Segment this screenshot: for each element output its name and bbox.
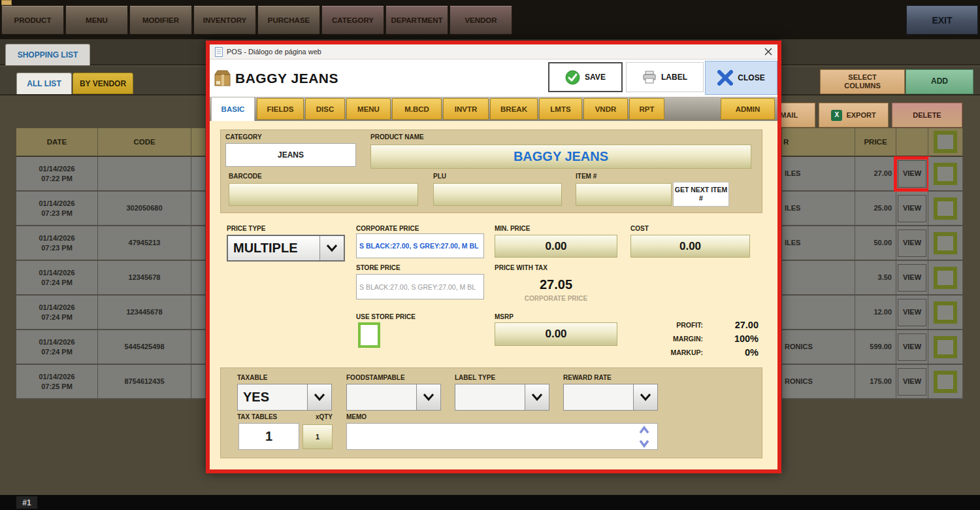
price-with-tax-value: 27.05: [495, 277, 617, 292]
view-button[interactable]: VIEW: [898, 299, 926, 326]
exit-button[interactable]: EXIT: [906, 5, 978, 35]
view-button[interactable]: VIEW: [898, 230, 926, 257]
excel-icon: X: [831, 110, 842, 121]
column-header-code[interactable]: CODE: [98, 128, 191, 157]
table-row[interactable]: 01/14/202607:24 PM 12345678: [16, 261, 206, 296]
dialog-close-icon[interactable]: [764, 48, 772, 56]
close-button[interactable]: CLOSE: [705, 61, 777, 95]
nav-category-button[interactable]: CATEGORY: [321, 5, 384, 35]
label-button[interactable]: LABEL: [626, 62, 704, 92]
tax-tables-input[interactable]: 1: [238, 423, 299, 450]
price-type-select[interactable]: MULTIPLE: [227, 235, 345, 262]
product-edit-dialog: POS - Diálogo de página web BAGGY JEANS …: [206, 41, 781, 473]
tab-admin[interactable]: ADMIN: [721, 98, 775, 120]
msrp-input[interactable]: 0.00: [495, 322, 617, 346]
product-title: BAGGY JEANS: [235, 71, 338, 86]
row-checkbox[interactable]: [934, 197, 957, 220]
label-type-label: LABEL TYPE: [455, 374, 495, 381]
nav-product-button[interactable]: PRODUCT: [1, 5, 64, 35]
nav-purchase-button[interactable]: PURCHASE: [257, 5, 320, 35]
profit-value: 27.00: [703, 320, 759, 330]
chevron-down-icon: [633, 384, 657, 410]
view-button[interactable]: VIEW: [898, 264, 926, 292]
column-header-price[interactable]: PRICE: [855, 128, 896, 157]
tab-vndr[interactable]: VNDR: [583, 98, 628, 120]
row-checkbox[interactable]: [934, 267, 957, 289]
view-button-highlighted[interactable]: VIEW: [898, 160, 926, 188]
reward-rate-select[interactable]: [563, 384, 658, 411]
nav-vendor-button[interactable]: VENDOR: [449, 5, 512, 35]
row-checkbox[interactable]: [934, 301, 957, 324]
corporate-price-label: CORPORATE PRICE: [356, 225, 419, 232]
tab-rpt[interactable]: RPT: [629, 98, 664, 120]
table-row[interactable]: 01/14/202607:23 PM 302050680: [16, 192, 206, 226]
select-columns-label: SELECT COLUMNS: [840, 73, 885, 90]
column-header-vendor-fragment[interactable]: R: [782, 128, 855, 157]
get-next-item-button[interactable]: GET NEXT ITEM #: [673, 182, 729, 207]
dialog-titlebar[interactable]: POS - Diálogo de página web: [210, 44, 777, 60]
product-name-input[interactable]: BAGGY JEANS: [370, 144, 751, 169]
select-all-checkbox[interactable]: [934, 131, 957, 153]
table-row[interactable]: 01/14/202607:24 PM 5445425498: [16, 330, 206, 365]
memo-spinner[interactable]: [638, 425, 651, 451]
item-number-label: ITEM #: [576, 173, 596, 180]
table-row: 3.50 VIEW: [782, 261, 963, 296]
item-number-input[interactable]: [576, 183, 672, 206]
tab-lmts[interactable]: LMTS: [539, 98, 582, 120]
cost-input[interactable]: 0.00: [630, 235, 750, 258]
delete-button[interactable]: DELETE: [892, 103, 962, 128]
export-button[interactable]: X EXPORT: [819, 103, 889, 128]
column-header-select: [928, 128, 963, 157]
label-type-select[interactable]: [455, 384, 549, 411]
tab-basic[interactable]: BASIC: [211, 97, 255, 121]
price-with-tax-label: PRICE WITH TAX: [495, 264, 547, 271]
column-header-date[interactable]: DATE: [16, 128, 98, 157]
add-button[interactable]: ADD: [906, 69, 973, 94]
nav-modifier-button[interactable]: MODIFIER: [129, 5, 192, 35]
tab-menu[interactable]: MENU: [346, 98, 391, 120]
row-checkbox[interactable]: [934, 232, 957, 254]
nav-inventory-button[interactable]: INVENTORY: [193, 5, 256, 35]
category-input[interactable]: JEANS: [225, 143, 356, 167]
row-checkbox[interactable]: [934, 336, 957, 358]
tab-break[interactable]: BREAK: [490, 98, 538, 120]
barcode-input[interactable]: [229, 183, 418, 206]
save-button[interactable]: SAVE: [548, 62, 623, 92]
margin-value: 100%: [703, 333, 759, 344]
memo-input[interactable]: [346, 423, 658, 450]
row-checkbox[interactable]: [934, 371, 957, 393]
table-row[interactable]: 01/14/202607:24 PM 123445678: [16, 296, 206, 330]
barcode-label: BARCODE: [229, 173, 262, 180]
tab-all-list[interactable]: ALL LIST: [16, 73, 72, 94]
tab-by-vendor[interactable]: BY VENDOR: [73, 73, 133, 94]
corporate-price-input[interactable]: S BLACK:27.00, S GREY:27.00, M BL: [356, 233, 484, 258]
use-store-price-label: USE STORE PRICE: [356, 313, 416, 320]
plu-input[interactable]: [433, 183, 562, 206]
view-button[interactable]: VIEW: [898, 333, 926, 361]
store-price-input[interactable]: S BLACK:27.00, S GREY:27.00, M BL: [356, 274, 484, 299]
xqty-input[interactable]: 1: [302, 424, 333, 449]
nav-menu-button[interactable]: MENU: [65, 5, 128, 35]
tab-invtr[interactable]: INVTR: [443, 98, 489, 120]
tab-disc[interactable]: DISC: [305, 98, 345, 120]
label-label: LABEL: [661, 73, 687, 82]
taxable-select[interactable]: YES: [237, 384, 332, 411]
view-button[interactable]: VIEW: [898, 368, 926, 396]
view-button[interactable]: VIEW: [898, 195, 926, 222]
tab-fields[interactable]: FIELDS: [257, 98, 304, 120]
foodstampable-select[interactable]: [346, 384, 441, 411]
use-store-price-checkbox[interactable]: [358, 322, 380, 348]
status-bar: #1 CONNECTED SYNCED VelaPOS Wed 1/14 7:5…: [0, 495, 980, 510]
table-row[interactable]: 01/14/202607:23 PM 47945213: [16, 226, 206, 261]
tab-shopping-list[interactable]: SHOPPING LIST: [5, 44, 90, 65]
min-price-input[interactable]: 0.00: [495, 235, 617, 258]
row-checkbox[interactable]: [934, 163, 957, 185]
select-columns-button[interactable]: SELECT COLUMNS: [820, 69, 905, 94]
dialog-title: POS - Diálogo de página web: [227, 48, 321, 56]
nav-department-button[interactable]: DEPARTMENT: [385, 5, 448, 35]
table-row[interactable]: 01/14/202607:22 PM: [16, 157, 206, 192]
tab-mbcd[interactable]: M.BCD: [392, 98, 442, 120]
product-box-icon: [214, 69, 231, 87]
table-row[interactable]: 01/14/202607:25 PM 8754612435: [16, 365, 206, 400]
margin-label: MARGIN:: [628, 335, 703, 343]
